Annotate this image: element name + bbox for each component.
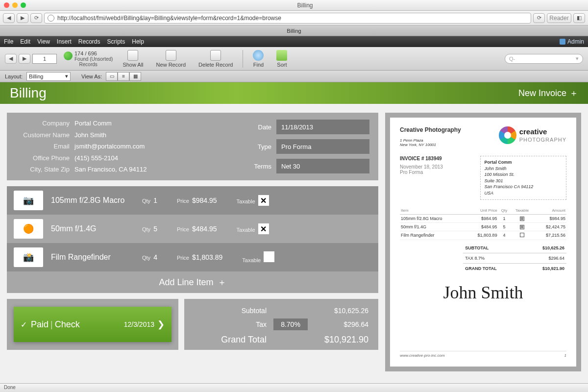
user-name: Admin: [567, 38, 584, 45]
city-value[interactable]: San Francisco, CA 94112: [74, 166, 147, 173]
payment-card: ✓ Paid | Check 12/3/2013 ❯: [7, 299, 178, 350]
find-button[interactable]: Find: [250, 50, 267, 68]
company-label: Company: [16, 120, 70, 127]
product-name: Film Rangefinder: [51, 253, 134, 262]
qty-value[interactable]: 1: [153, 196, 157, 204]
city-label: City, State Zip: [16, 166, 70, 173]
tab-title[interactable]: Billing: [287, 28, 301, 34]
record-toolbar: ◀ ▶ 1 174 / 696 Found (Unsorted) Records…: [0, 47, 588, 71]
invoice-preview: Creative Photography 1 Penn Plaza New Yo…: [385, 113, 581, 371]
prev-record-button[interactable]: ◀: [5, 54, 17, 64]
sort-button[interactable]: Sort: [273, 50, 290, 68]
new-record-button[interactable]: New Record: [153, 50, 189, 68]
date-field[interactable]: 11/18/2013: [276, 120, 369, 134]
phone-value[interactable]: (415) 555-2104: [74, 154, 147, 162]
billto-company: Portal Comm: [485, 159, 562, 166]
sort-label: Sort: [277, 62, 287, 68]
url-text: http://localhost/fmi/webd#Billing&lay=Bi…: [57, 15, 281, 22]
delete-record-label: Delete Record: [198, 62, 233, 68]
email-value[interactable]: jsmith@portalcomm.com: [74, 143, 147, 150]
minimize-window-icon[interactable]: [12, 2, 18, 8]
table-row: Film Rangefinder$1,803.894$7,215.56: [400, 231, 566, 240]
share-button[interactable]: ◧: [573, 13, 585, 23]
delete-record-icon: [210, 50, 221, 61]
menu-records[interactable]: Records: [78, 38, 100, 45]
price-label: Price: [177, 255, 189, 261]
taxable-checkbox[interactable]: [264, 251, 274, 262]
reload-right-button[interactable]: ⟳: [533, 13, 545, 23]
billto-addr2: Suite 301: [485, 178, 562, 184]
forward-button[interactable]: ▶: [17, 13, 28, 23]
taxable-checkbox[interactable]: ✕: [258, 195, 269, 206]
show-all-label: Show All: [122, 62, 143, 68]
billto-addr3: San Francisco CA 94112: [485, 184, 562, 190]
layout-selector[interactable]: Billing▾: [26, 72, 71, 81]
line-item[interactable]: 🟠 50mm f/1.4G Qty5 Price$484.95 Taxable✕: [7, 215, 378, 243]
url-field[interactable]: http://localhost/fmi/webd#Billing&lay=Bi…: [44, 13, 531, 24]
th-tax: Taxable: [511, 207, 534, 215]
menu-file[interactable]: File: [4, 38, 13, 45]
globe-icon: [48, 15, 54, 22]
show-all-button[interactable]: Show All: [120, 50, 146, 68]
menu-insert[interactable]: Insert: [57, 38, 72, 45]
preview-page: 1: [564, 353, 566, 358]
delete-record-button[interactable]: Delete Record: [196, 50, 236, 68]
price-value[interactable]: $984.95: [192, 196, 217, 204]
view-list-button[interactable]: ≡: [118, 72, 129, 81]
vendor-addr2: New York, NY 10001: [400, 143, 461, 147]
aperture-icon: [499, 126, 516, 144]
paid-button[interactable]: ✓ Paid | Check 12/3/2013 ❯: [14, 307, 172, 342]
psub-lbl: SUBTOTAL: [465, 245, 489, 250]
user-menu[interactable]: Admin: [560, 38, 584, 45]
record-number-field[interactable]: 1: [32, 54, 57, 64]
pie-found-icon: [64, 51, 73, 60]
zoom-window-icon[interactable]: [21, 2, 26, 8]
pgrand-val: $10,921.90: [542, 266, 564, 271]
tax-label: Taxable: [242, 257, 261, 263]
menu-help[interactable]: Help: [132, 38, 144, 45]
chevron-down-icon: ▾: [65, 73, 68, 79]
lens-icon: 📷: [14, 191, 43, 210]
th-amt: Amount: [534, 207, 566, 215]
type-field[interactable]: Pro Forma: [276, 139, 369, 154]
line-item[interactable]: 📷 105mm f/2.8G Macro Qty1 Price$984.95 T…: [7, 186, 378, 215]
menu-scripts[interactable]: Scripts: [107, 38, 125, 45]
billto-addr4: USA: [485, 190, 562, 196]
back-button[interactable]: ◀: [3, 13, 15, 23]
view-as-label: View As:: [81, 74, 102, 79]
quick-search-field[interactable]: Q- ▾: [505, 54, 583, 64]
totals-card: Subtotal $10,625.26 Tax 8.70% $296.64 Gr…: [184, 299, 378, 350]
browser-tabbar: Billing: [0, 25, 588, 36]
close-window-icon[interactable]: [4, 2, 9, 8]
qty-value[interactable]: 4: [153, 253, 157, 261]
terms-label: Terms: [247, 163, 271, 170]
menu-view[interactable]: View: [37, 38, 50, 45]
view-form-button[interactable]: ▭: [106, 72, 118, 81]
invoice-type: Pro Forma: [400, 170, 473, 175]
line-item[interactable]: 📸 Film Rangefinder Qty4 Price$1,803.89 T…: [7, 243, 378, 271]
user-icon: [560, 39, 565, 45]
price-value[interactable]: $484.95: [192, 225, 217, 233]
add-line-item-button[interactable]: Add Line Item ＋: [7, 271, 378, 293]
filters-icon: 🟠: [14, 219, 43, 239]
price-label: Price: [177, 198, 189, 204]
qty-label: Qty: [142, 255, 150, 261]
company-value[interactable]: Portal Comm: [74, 120, 147, 127]
view-table-button[interactable]: ▦: [129, 72, 141, 81]
name-value[interactable]: John Smith: [74, 131, 147, 139]
terms-field[interactable]: Net 30: [276, 159, 369, 173]
qty-value[interactable]: 5: [153, 225, 157, 233]
next-record-button[interactable]: ▶: [19, 54, 30, 64]
new-invoice-button[interactable]: New Invoice ＋: [518, 87, 578, 99]
grand-total-label: Grand Total: [213, 335, 267, 345]
tax-rate-field[interactable]: 8.70%: [273, 318, 308, 330]
reader-button[interactable]: Reader: [547, 13, 571, 23]
grand-total-value: $10,921.90: [315, 335, 368, 345]
phone-label: Office Phone: [16, 154, 70, 162]
price-value[interactable]: $1,803.89: [192, 253, 222, 261]
layout-name: Billing: [29, 74, 43, 79]
reload-button[interactable]: ⟳: [30, 13, 42, 23]
taxable-checkbox[interactable]: ✕: [258, 223, 269, 234]
menu-edit[interactable]: Edit: [20, 38, 30, 45]
page-title: Billing: [10, 85, 47, 101]
